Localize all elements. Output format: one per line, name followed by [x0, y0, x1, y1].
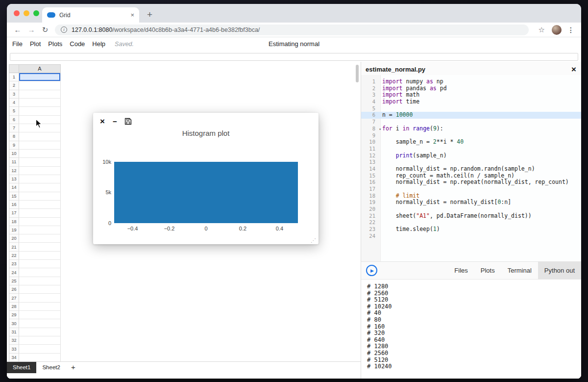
code-line-3[interactable]: 3import math	[361, 92, 581, 99]
code-line-4[interactable]: 4import time	[361, 99, 581, 105]
browser-tab[interactable]: Grid ×	[42, 7, 139, 23]
cell-A9[interactable]	[19, 141, 61, 150]
code-line-9[interactable]: 9	[361, 132, 581, 139]
cell-A5[interactable]	[19, 107, 61, 115]
cell-A20[interactable]	[19, 234, 61, 243]
row-header-1[interactable]: 1	[9, 73, 19, 81]
code-line-6[interactable]: 6n = 10000	[361, 112, 581, 119]
cell-A30[interactable]	[19, 319, 61, 328]
row-header-12[interactable]: 12	[9, 167, 19, 175]
code-line-18[interactable]: 18 # limit	[361, 193, 581, 200]
code-line-5[interactable]: 5	[361, 105, 581, 112]
minimize-window-button[interactable]	[24, 10, 29, 16]
menu-plots[interactable]: Plots	[48, 40, 62, 48]
row-header-26[interactable]: 26	[9, 285, 19, 294]
row-header-28[interactable]: 28	[9, 303, 19, 311]
code-line-13[interactable]: 13	[361, 159, 581, 166]
run-button[interactable]: ▶	[366, 265, 377, 276]
cell-A14[interactable]	[19, 183, 61, 192]
code-line-1[interactable]: 1import numpy as np	[361, 78, 581, 85]
row-header-31[interactable]: 31	[9, 328, 19, 336]
cell-A19[interactable]	[19, 226, 61, 234]
plot-close-icon[interactable]: ×	[100, 117, 105, 126]
menu-code[interactable]: Code	[70, 40, 85, 48]
tab-python-out[interactable]: Python out	[538, 262, 581, 279]
cell-A17[interactable]	[19, 209, 61, 217]
vertical-scrollbar-thumb[interactable]	[356, 65, 359, 82]
cell-A34[interactable]	[19, 354, 61, 362]
row-header-9[interactable]: 9	[9, 141, 19, 150]
code-line-17[interactable]: 17	[361, 186, 581, 193]
row-header-27[interactable]: 27	[9, 294, 19, 302]
cell-A26[interactable]	[19, 285, 61, 294]
address-bar[interactable]: i 127.0.0.1:8080/workspace/d40c8b6b-a3a4…	[55, 25, 529, 35]
code-editor[interactable]: 1import numpy as np2import pandas as pd3…	[361, 75, 581, 261]
tab-plots[interactable]: Plots	[474, 262, 501, 279]
row-header-18[interactable]: 18	[9, 218, 19, 226]
menu-help[interactable]: Help	[92, 40, 105, 48]
tab-files[interactable]: Files	[448, 262, 474, 279]
menu-file[interactable]: File	[12, 40, 23, 48]
code-line-12[interactable]: 12 print(sample_n)	[361, 153, 581, 159]
code-line-15[interactable]: 15 rep_count = math.ceil(n / sample_n)	[361, 173, 581, 179]
code-line-20[interactable]: 20	[361, 206, 581, 213]
plot-window[interactable]: × − Histogram plot 05k10k−0.4−0.200.20.4…	[93, 113, 318, 244]
row-header-21[interactable]: 21	[9, 243, 19, 251]
add-sheet-button[interactable]: +	[66, 362, 80, 373]
row-header-6[interactable]: 6	[9, 116, 19, 124]
reload-button[interactable]: ↻	[38, 25, 52, 34]
code-line-16[interactable]: 16 normally_dist = np.repeat(normally_di…	[361, 179, 581, 186]
site-info-icon[interactable]: i	[61, 26, 67, 33]
row-header-34[interactable]: 34	[9, 354, 19, 362]
row-header-30[interactable]: 30	[9, 319, 19, 328]
tab-terminal[interactable]: Terminal	[501, 262, 538, 279]
menu-plot[interactable]: Plot	[30, 40, 41, 48]
row-header-24[interactable]: 24	[9, 268, 19, 277]
cell-A22[interactable]	[19, 252, 61, 260]
row-header-33[interactable]: 33	[9, 345, 19, 353]
code-line-7[interactable]: 7	[361, 119, 581, 126]
formula-input[interactable]	[10, 53, 578, 61]
cell-A21[interactable]	[19, 243, 61, 251]
cell-A10[interactable]	[19, 150, 61, 158]
select-all-corner[interactable]	[9, 65, 19, 73]
cell-A28[interactable]	[19, 303, 61, 311]
sheet-tab-sheet2[interactable]: Sheet2	[36, 362, 66, 373]
code-line-19[interactable]: 19 normally_dist = normally_dist[0:n]	[361, 199, 581, 206]
row-header-2[interactable]: 2	[9, 81, 19, 90]
cell-A23[interactable]	[19, 260, 61, 268]
row-header-32[interactable]: 32	[9, 336, 19, 345]
row-header-17[interactable]: 17	[9, 209, 19, 217]
cell-A32[interactable]	[19, 336, 61, 345]
row-header-8[interactable]: 8	[9, 132, 19, 141]
cell-A31[interactable]	[19, 328, 61, 336]
row-header-19[interactable]: 19	[9, 226, 19, 234]
cell-A4[interactable]	[19, 99, 61, 107]
cell-A27[interactable]	[19, 294, 61, 302]
close-editor-icon[interactable]: ×	[571, 65, 576, 75]
cell-A8[interactable]	[19, 132, 61, 141]
cell-A15[interactable]	[19, 192, 61, 201]
browser-menu-icon[interactable]: ⋮	[567, 26, 574, 34]
column-header-a[interactable]: A	[19, 65, 61, 73]
row-header-20[interactable]: 20	[9, 234, 19, 243]
cell-A33[interactable]	[19, 345, 61, 353]
row-header-22[interactable]: 22	[9, 252, 19, 260]
row-header-15[interactable]: 15	[9, 192, 19, 201]
cell-A24[interactable]	[19, 268, 61, 277]
python-output[interactable]: # 1280# 2560# 5120# 10240# 40# 80# 160# …	[361, 280, 581, 379]
code-line-22[interactable]: 22	[361, 219, 581, 226]
code-line-24[interactable]: 24	[361, 233, 581, 240]
row-header-14[interactable]: 14	[9, 183, 19, 192]
fold-arrow-icon[interactable]: ▾	[379, 126, 381, 133]
code-line-21[interactable]: 21 sheet("A1", pd.DataFrame(normally_dis…	[361, 213, 581, 220]
cell-A1[interactable]	[19, 73, 61, 81]
forward-button[interactable]: →	[24, 25, 38, 34]
code-line-23[interactable]: 23 time.sleep(1)	[361, 226, 581, 233]
back-button[interactable]: ←	[11, 25, 24, 34]
sheet-tab-sheet1[interactable]: Sheet1	[7, 362, 36, 373]
cell-A3[interactable]	[19, 90, 61, 99]
row-header-29[interactable]: 29	[9, 311, 19, 319]
code-line-2[interactable]: 2import pandas as pd	[361, 85, 581, 92]
row-header-5[interactable]: 5	[9, 107, 19, 115]
